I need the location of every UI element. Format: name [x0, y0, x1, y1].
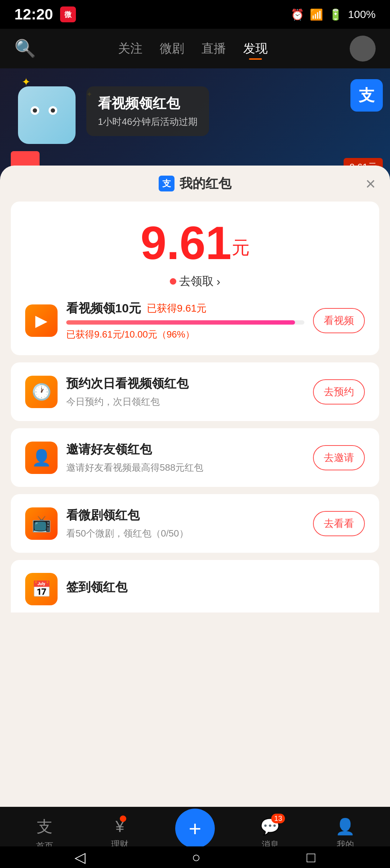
list-item-invite-row: 👤 邀请好友领红包 邀请好友看视频最高得588元红包 去邀请 [25, 441, 365, 474]
main-amount-card: 9.61元 去领取 › ▶ 看视频领10元 已获得9.61元 已获得9.61元/… [11, 202, 379, 355]
video-progress-item: ▶ 看视频领10元 已获得9.61元 已获得9.61元/10.00元（96%） … [25, 300, 365, 341]
drama-title: 看微剧领红包 [66, 507, 304, 524]
weibo-icon: 微 [60, 6, 76, 22]
plus-button[interactable]: + [175, 809, 215, 848]
nav-mine[interactable]: 👤 我的 [308, 817, 383, 850]
signal-icon: 📶 [310, 8, 323, 21]
list-card-invite: 👤 邀请好友领红包 邀请好友看视频最高得588元红包 去邀请 [11, 428, 379, 487]
amount-number: 9.61 [140, 220, 231, 266]
tab-discover[interactable]: 发现 [243, 40, 268, 57]
modal-alipay-icon: 支 [159, 176, 174, 191]
banner-bubble[interactable]: 看视频领红包 1小时46分钟后活动过期 [86, 86, 209, 136]
invite-sub: 邀请好友看视频最高得588元红包 [66, 461, 304, 474]
friend-icon-wrap: 👤 [25, 442, 58, 474]
checkin-content: 签到领红包 [66, 579, 365, 599]
mascot [11, 76, 83, 155]
alipay-float-icon: 支 [350, 79, 383, 112]
list-item-checkin-row: 📅 签到领红包 [25, 573, 365, 605]
drama-sub: 看50个微剧，领红包（0/50） [66, 527, 304, 540]
user-avatar[interactable] [350, 36, 376, 62]
battery-level: 100% [348, 8, 376, 21]
checkin-title: 签到领红包 [66, 579, 365, 596]
partial-card-checkin: 📅 签到领红包 [11, 560, 379, 612]
messages-badge: 13 [271, 814, 285, 823]
modal-header: 支 我的红包 × [0, 166, 390, 202]
mascot-eye-left [31, 106, 39, 115]
recent-gesture[interactable]: □ [307, 849, 315, 865]
video-icon-wrap: ▶ [25, 304, 58, 337]
checkin-icon-wrap: 📅 [25, 573, 58, 605]
progress-bar-bg [66, 320, 304, 325]
alarm-icon: ⏰ [291, 8, 304, 21]
checkin-icon: 📅 [32, 580, 51, 598]
clock-icon: 🕐 [32, 383, 51, 401]
nav-plus[interactable]: + [158, 819, 233, 848]
nav-finance[interactable]: ¥ 理财 [82, 818, 158, 850]
progress-bar-fill [66, 320, 295, 325]
battery-icon: 🔋 [329, 8, 342, 21]
video-sub-text: 已获得9.61元/10.00元（96%） [66, 328, 304, 341]
home-icon: 支 [37, 816, 53, 837]
status-icons: ⏰ 📶 🔋 100% [291, 8, 376, 21]
list-card-drama: 📺 看微剧领红包 看50个微剧，领红包（0/50） 去看看 [11, 494, 379, 553]
tab-live[interactable]: 直播 [201, 40, 226, 57]
video-title-row: 看视频领10元 已获得9.61元 [66, 300, 304, 317]
status-bar: 12:20 微 ⏰ 📶 🔋 100% [0, 0, 390, 29]
gesture-bar: ◁ ○ □ [0, 846, 390, 868]
video-item-title: 看视频领10元 [66, 300, 141, 317]
amount-display: 9.61元 [25, 220, 365, 266]
mascot-eye-right [49, 106, 57, 115]
modal-sheet: 支 我的红包 × 9.61元 去领取 › ▶ 看视频领10元 已获得9.61元 [0, 166, 390, 807]
list-item-drama-row: 📺 看微剧领红包 看50个微剧，领红包（0/50） 去看看 [25, 507, 365, 540]
modal-close-button[interactable]: × [366, 174, 376, 194]
tab-drama[interactable]: 微剧 [160, 40, 184, 57]
video-item-info: 看视频领10元 已获得9.61元 已获得9.61元/10.00元（96%） [66, 300, 304, 341]
drama-icon-wrap: 📺 [25, 507, 58, 540]
mascot-body [18, 86, 76, 144]
reserve-content: 预约次日看视频领红包 今日预约，次日领红包 [66, 375, 304, 408]
claim-text: 去领取 [179, 273, 214, 289]
nav-tabs: 关注 微剧 直播 发现 [118, 40, 268, 57]
video-play-icon: ▶ [35, 311, 47, 330]
banner-title: 看视频领红包 [98, 94, 198, 113]
status-time: 12:20 [14, 6, 53, 23]
claim-dot [170, 278, 176, 285]
search-icon[interactable]: 🔍 [14, 39, 36, 59]
invite-content: 邀请好友领红包 邀请好友看视频最高得588元红包 [66, 441, 304, 474]
drama-content: 看微剧领红包 看50个微剧，领红包（0/50） [66, 507, 304, 540]
nav-bar: 🔍 关注 微剧 直播 发现 [0, 29, 390, 68]
claim-arrow-icon: › [217, 275, 221, 288]
messages-icon: 💬 13 [260, 817, 280, 836]
reserve-sub: 今日预约，次日领红包 [66, 395, 304, 408]
clock-icon-wrap: 🕐 [25, 376, 58, 408]
back-gesture[interactable]: ◁ [74, 849, 86, 865]
finance-icon: ¥ [115, 818, 124, 836]
nav-messages[interactable]: 💬 13 消息 [232, 817, 308, 850]
tab-follow[interactable]: 关注 [118, 40, 142, 57]
reserve-button[interactable]: 去预约 [313, 379, 365, 404]
friend-icon: 👤 [32, 448, 51, 467]
modal-title-row: 支 我的红包 [159, 175, 231, 193]
video-earned-label: 已获得9.61元 [147, 302, 207, 315]
reserve-title: 预约次日看视频领红包 [66, 375, 304, 392]
finance-badge [120, 815, 126, 822]
claim-row[interactable]: 去领取 › [25, 273, 365, 289]
invite-button[interactable]: 去邀请 [313, 445, 365, 470]
mine-icon: 👤 [335, 817, 355, 836]
modal-title: 我的红包 [180, 175, 231, 193]
banner-subtitle: 1小时46分钟后活动过期 [98, 116, 198, 128]
amount-unit: 元 [232, 236, 250, 260]
drama-icon: 📺 [32, 514, 51, 533]
drama-button[interactable]: 去看看 [313, 511, 365, 536]
invite-title: 邀请好友领红包 [66, 441, 304, 458]
list-item-reserve-row: 🕐 预约次日看视频领红包 今日预约，次日领红包 去预约 [25, 375, 365, 408]
home-gesture[interactable]: ○ [192, 849, 200, 865]
list-card-reserve: 🕐 预约次日看视频领红包 今日预约，次日领红包 去预约 [11, 362, 379, 421]
watch-video-button[interactable]: 看视频 [313, 308, 365, 333]
